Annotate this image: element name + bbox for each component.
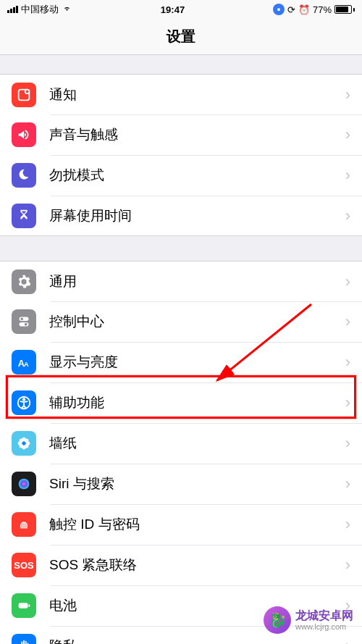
chevron-right-icon: › bbox=[345, 353, 350, 372]
row-label: 隐私 bbox=[49, 637, 345, 645]
row-siri[interactable]: Siri 与搜索 › bbox=[0, 464, 362, 504]
chevron-right-icon: › bbox=[345, 206, 350, 225]
chevron-right-icon: › bbox=[345, 85, 350, 104]
sos-icon: SOS bbox=[12, 553, 36, 577]
svg-point-17 bbox=[20, 444, 23, 448]
notifications-icon bbox=[12, 83, 36, 107]
status-time: 19:47 bbox=[161, 4, 185, 15]
svg-rect-21 bbox=[28, 604, 30, 607]
carrier-label: 中国移动 bbox=[21, 3, 59, 16]
svg-text:A: A bbox=[24, 361, 29, 368]
signal-icon bbox=[7, 6, 18, 13]
svg-point-9 bbox=[23, 398, 25, 401]
chevron-right-icon: › bbox=[345, 637, 350, 645]
chevron-right-icon: › bbox=[345, 125, 350, 144]
sounds-icon bbox=[12, 122, 36, 147]
chevron-right-icon: › bbox=[345, 474, 350, 493]
svg-point-18 bbox=[25, 444, 28, 448]
chevron-right-icon: › bbox=[345, 312, 350, 331]
chevron-right-icon: › bbox=[345, 515, 350, 534]
gear-icon bbox=[12, 269, 36, 294]
row-label: 声音与触感 bbox=[49, 125, 345, 144]
battery-icon bbox=[12, 593, 36, 618]
row-display[interactable]: AA 显示与亮度 › bbox=[0, 342, 362, 382]
battery-percent: 77% bbox=[313, 4, 332, 15]
siri-icon bbox=[12, 472, 36, 496]
svg-point-1 bbox=[25, 89, 30, 93]
row-label: 通用 bbox=[49, 272, 345, 291]
hourglass-icon bbox=[12, 204, 36, 228]
chevron-right-icon: › bbox=[345, 272, 350, 291]
moon-icon bbox=[12, 163, 36, 188]
row-label: 通知 bbox=[49, 85, 345, 104]
row-label: 触控 ID 与密码 bbox=[49, 515, 345, 534]
row-label: 屏幕使用时间 bbox=[49, 206, 345, 225]
fingerprint-icon bbox=[12, 512, 36, 537]
svg-rect-20 bbox=[19, 603, 28, 608]
row-notifications[interactable]: 通知 › bbox=[0, 74, 362, 114]
row-accessibility[interactable]: 辅助功能 › bbox=[0, 382, 362, 423]
status-left: 中国移动 bbox=[7, 3, 72, 16]
row-control-center[interactable]: 控制中心 › bbox=[0, 301, 362, 342]
wifi-icon bbox=[62, 4, 72, 15]
status-right: ● ⟳ ⏰ 77% bbox=[273, 4, 355, 15]
mic-indicator-icon: ● bbox=[273, 4, 285, 15]
row-label: 墙纸 bbox=[49, 434, 345, 453]
alarm-icon: ⏰ bbox=[298, 4, 310, 15]
chevron-right-icon: › bbox=[345, 556, 350, 574]
accessibility-icon bbox=[12, 390, 36, 415]
watermark-logo-icon: 🐉 bbox=[264, 606, 291, 634]
watermark-title: 龙城安卓网 bbox=[295, 609, 353, 622]
battery-icon bbox=[334, 5, 355, 14]
flower-icon bbox=[12, 431, 36, 456]
switches-icon bbox=[12, 309, 36, 334]
row-label: 显示与亮度 bbox=[49, 353, 345, 372]
row-dnd[interactable]: 勿扰模式 › bbox=[0, 155, 362, 196]
svg-point-15 bbox=[20, 439, 23, 443]
row-sos[interactable]: SOS SOS 紧急联络 › bbox=[0, 545, 362, 585]
row-general[interactable]: 通用 › bbox=[0, 261, 362, 301]
hand-icon bbox=[12, 634, 36, 645]
row-label: SOS 紧急联络 bbox=[49, 556, 345, 574]
orientation-lock-icon: ⟳ bbox=[287, 4, 295, 15]
watermark-url: www.lcjrg.com bbox=[295, 622, 353, 631]
row-label: 辅助功能 bbox=[49, 393, 345, 412]
svg-point-19 bbox=[19, 479, 30, 490]
chevron-right-icon: › bbox=[345, 393, 350, 412]
svg-point-16 bbox=[25, 439, 28, 443]
chevron-right-icon: › bbox=[345, 434, 350, 453]
row-touchid[interactable]: 触控 ID 与密码 › bbox=[0, 504, 362, 545]
group-gap bbox=[0, 236, 362, 261]
page-title: 设置 bbox=[0, 19, 362, 55]
svg-point-4 bbox=[20, 318, 23, 321]
row-wallpaper[interactable]: 墙纸 › bbox=[0, 423, 362, 464]
chevron-right-icon: › bbox=[345, 166, 350, 185]
watermark: 🐉 龙城安卓网 www.lcjrg.com bbox=[264, 606, 353, 634]
row-sounds[interactable]: 声音与触感 › bbox=[0, 114, 362, 155]
row-label: 勿扰模式 bbox=[49, 166, 345, 185]
row-screentime[interactable]: 屏幕使用时间 › bbox=[0, 196, 362, 236]
group-gap bbox=[0, 55, 362, 74]
svg-point-5 bbox=[25, 323, 28, 326]
row-label: Siri 与搜索 bbox=[49, 474, 345, 493]
status-bar: 中国移动 19:47 ● ⟳ ⏰ 77% bbox=[0, 0, 362, 19]
text-size-icon: AA bbox=[12, 350, 36, 375]
row-label: 控制中心 bbox=[49, 312, 345, 331]
